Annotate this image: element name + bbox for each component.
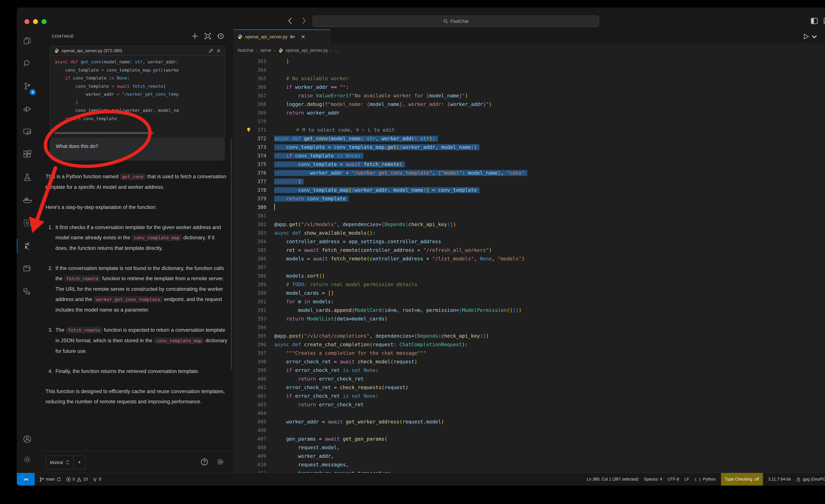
breadcrumb-folder[interactable]: fastchat bbox=[238, 48, 253, 53]
indentation-item[interactable]: Spaces: 4 bbox=[644, 477, 662, 482]
code-line[interactable]: 365 # No available worker bbox=[233, 74, 825, 83]
breadcrumb-folder[interactable]: serve bbox=[260, 48, 271, 53]
run-dropdown-chevron-icon[interactable] bbox=[811, 33, 818, 40]
code-line[interactable]: 382@app.get("/v1/models", dependencies=[… bbox=[233, 220, 825, 229]
activity-remote-window[interactable] bbox=[17, 212, 38, 234]
code-line[interactable]: 386 models = await fetch_remote(controll… bbox=[233, 255, 825, 263]
code-line[interactable]: 387 bbox=[233, 263, 825, 272]
gpg-item[interactable]: gpg (GnuPG) 2.2.41 bbox=[796, 477, 825, 482]
close-window-button[interactable] bbox=[24, 19, 29, 24]
activity-extensions[interactable] bbox=[17, 143, 38, 166]
accounts-menu[interactable] bbox=[17, 429, 38, 449]
code-line[interactable]: 407 gen_params = await get_gen_params( bbox=[233, 435, 825, 443]
code-line[interactable]: 406 bbox=[233, 426, 825, 435]
ports-item[interactable]: 0 bbox=[92, 477, 101, 482]
code-line[interactable]: 402 if error_check_ret is not None: bbox=[233, 392, 825, 401]
code-line[interactable]: 400 return error_check_ret bbox=[233, 375, 825, 383]
code-line[interactable]: 385 ret = await fetch_remote(controller_… bbox=[233, 246, 825, 255]
code-line[interactable]: 384 controller_address = app_settings.co… bbox=[233, 237, 825, 246]
help-icon[interactable] bbox=[201, 458, 208, 466]
window-controls[interactable] bbox=[24, 19, 47, 24]
minimize-window-button[interactable] bbox=[33, 19, 38, 24]
code-line[interactable]: 395@app.post("/v1/chat/completions", dep… bbox=[233, 332, 825, 340]
command-center-search[interactable]: FastChat bbox=[312, 15, 599, 27]
code-line[interactable]: 372async def get_conv(model_name: str, w… bbox=[233, 134, 825, 143]
code-line[interactable]: 377········) bbox=[233, 177, 825, 186]
code-line[interactable]: 370 bbox=[233, 117, 825, 126]
activity-continue[interactable]: >C D_ bbox=[17, 234, 38, 257]
activity-remote-explorer[interactable] bbox=[17, 121, 38, 143]
code-line[interactable]: 397 """Creates a completion for the chat… bbox=[233, 349, 825, 357]
title-bar[interactable]: FastChat bbox=[17, 8, 825, 30]
code-line[interactable]: 404 bbox=[233, 409, 825, 418]
close-tab-icon[interactable] bbox=[301, 34, 305, 39]
lightbulb-icon[interactable] bbox=[246, 127, 251, 132]
new-session-icon[interactable] bbox=[192, 33, 198, 40]
activity-docker[interactable] bbox=[17, 189, 38, 212]
python-version-item[interactable]: 3.11.7 64-bit bbox=[768, 477, 791, 482]
code-line[interactable]: 392 model_cards.append(ModelCard(id=m, r… bbox=[233, 306, 825, 314]
maximize-icon[interactable] bbox=[204, 33, 211, 40]
user-message[interactable]: What does this do? bbox=[50, 139, 225, 160]
activity-source-control[interactable]: 3 bbox=[17, 75, 38, 98]
settings-menu[interactable] bbox=[17, 449, 38, 470]
activity-comments[interactable] bbox=[17, 280, 38, 303]
code-line[interactable]: 363 ) bbox=[233, 57, 825, 66]
code-line[interactable]: 371⌘ M to select code, ⌘ ⇧ L to edit bbox=[233, 126, 825, 134]
run-python-file-icon[interactable] bbox=[803, 33, 810, 40]
code-line[interactable]: 367 raise ValueError(f"No available work… bbox=[233, 91, 825, 100]
code-line[interactable]: 388 models.sort() bbox=[233, 272, 825, 280]
code-line[interactable]: 368 logger.debug(f"model_name: {model_na… bbox=[233, 100, 825, 109]
breadcrumb-file[interactable]: openai_api_server.py bbox=[286, 48, 328, 53]
forward-arrow-icon[interactable] bbox=[300, 16, 307, 25]
code-line[interactable]: 383async def show_available_models(): bbox=[233, 229, 825, 237]
code-line[interactable]: 408 request.model, bbox=[233, 443, 825, 452]
remote-indicator[interactable]: >< bbox=[17, 473, 34, 486]
problems-item[interactable]: 0 10 bbox=[66, 477, 88, 482]
model-selector[interactable]: Mixtral + bbox=[46, 455, 86, 470]
code-line[interactable]: 403 return error_check_ret bbox=[233, 401, 825, 409]
zoom-window-button[interactable] bbox=[42, 19, 47, 24]
code-card-hscrollbar[interactable] bbox=[55, 132, 154, 134]
language-item[interactable]: { } Python bbox=[694, 477, 716, 482]
code-line[interactable]: 373····conv_template = conv_template_map… bbox=[233, 143, 825, 151]
code-line[interactable]: 393 return ModelList(data=model_cards) bbox=[233, 314, 825, 323]
code-line[interactable]: 369 return worker_addr bbox=[233, 109, 825, 117]
code-line[interactable]: 366 if worker_addr == "": bbox=[233, 83, 825, 91]
activity-project-manager[interactable] bbox=[17, 257, 38, 280]
code-line[interactable]: 391 for m in models: bbox=[233, 297, 825, 306]
code-line[interactable]: 411 temperature=request.temperature, bbox=[233, 469, 825, 473]
type-checking-item[interactable]: Type Checking: off bbox=[721, 473, 763, 486]
activity-explorer[interactable] bbox=[17, 29, 38, 52]
code-line[interactable]: 398 error_check_ret = await check_model(… bbox=[233, 357, 825, 366]
code-line[interactable]: 410 request.messages, bbox=[233, 460, 825, 469]
code-line[interactable]: 389 # TODO: return real model permission… bbox=[233, 280, 825, 289]
toggle-panel-icon[interactable] bbox=[823, 17, 825, 25]
activity-run-debug[interactable] bbox=[17, 98, 38, 121]
toggle-primary-sidebar-icon[interactable] bbox=[810, 17, 818, 25]
eol-item[interactable]: LF bbox=[684, 477, 689, 482]
cursor-position-item[interactable]: Ln 380, Col 1 (387 selected) bbox=[587, 477, 639, 482]
code-line[interactable]: 394 bbox=[233, 323, 825, 332]
activity-testing[interactable] bbox=[17, 166, 38, 189]
breadcrumb-symbol[interactable]: ... bbox=[335, 48, 339, 53]
code-line[interactable]: 390 model_cards = [] bbox=[233, 289, 825, 297]
code-line[interactable]: 379····return conv_template bbox=[233, 195, 825, 203]
code-editor[interactable]: 363 )364365 # No available worker366 if … bbox=[233, 57, 825, 473]
activity-search[interactable] bbox=[17, 52, 38, 75]
history-icon[interactable] bbox=[217, 33, 224, 40]
code-line[interactable]: 405 worker_addr = await get_worker_addre… bbox=[233, 418, 825, 426]
context-code-card[interactable]: openai_api_server.py (372-380) async def… bbox=[50, 46, 225, 138]
code-line[interactable]: 409 worker_addr, bbox=[233, 452, 825, 460]
git-branch-item[interactable]: main bbox=[39, 477, 61, 482]
encoding-item[interactable]: UTF-8 bbox=[667, 477, 679, 482]
breadcrumb[interactable]: fastchat › serve › openai_api_server.py … bbox=[233, 43, 825, 57]
code-line[interactable]: 399 if error_check_ret is not None: bbox=[233, 366, 825, 375]
tab-openai-api-server[interactable]: openai_api_server.py 9+ bbox=[233, 29, 330, 43]
code-line[interactable]: 374····if conv_template is None: bbox=[233, 151, 825, 160]
edit-pen-icon[interactable] bbox=[209, 48, 214, 53]
code-line[interactable]: 376············worker_addr + "/worker_ge… bbox=[233, 169, 825, 177]
panel-scrollbar[interactable] bbox=[231, 138, 232, 369]
code-line[interactable]: 381 bbox=[233, 212, 825, 220]
code-line[interactable]: 375········conv_template = await fetch_r… bbox=[233, 160, 825, 169]
